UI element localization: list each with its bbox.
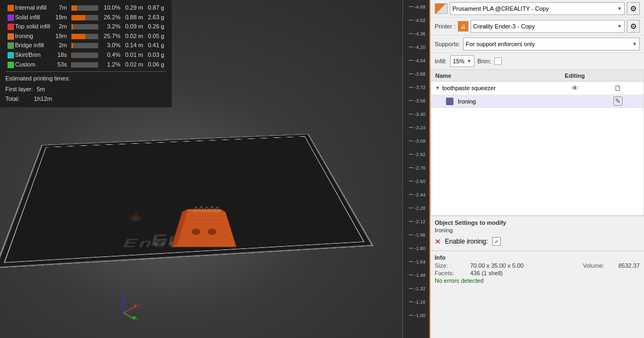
edit-icon-squeezer[interactable]: 🗋 — [614, 84, 621, 92]
filament-dropdown-arrow: ▼ — [617, 6, 622, 11]
ruler-tick: -1.00 — [407, 308, 426, 322]
printer-settings-button[interactable]: ⚙ — [627, 20, 640, 33]
3d-viewport[interactable]: Internal infill 7m 10.0% 0.29 m 0.87 g S… — [0, 0, 429, 338]
ironing-name: Ironing — [458, 98, 476, 105]
object-settings: Object Settings to modify Ironing ✕ Enab… — [430, 216, 644, 251]
filament-settings-button[interactable]: ⚙ — [627, 2, 640, 15]
object-list-empty — [431, 108, 643, 215]
estimated-times-label: Estimated printing times: — [5, 75, 70, 82]
printer-dropdown-arrow: ▼ — [617, 24, 622, 29]
filament-color-indicator — [435, 3, 448, 14]
infill-dropdown-arrow: ▼ — [467, 58, 472, 64]
svg-line-16 — [123, 313, 135, 320]
object-settings-title: Ironing — [435, 227, 640, 233]
total-label: Total: — [5, 95, 19, 102]
axis-indicator: X Y Z — [107, 290, 140, 322]
object-settings-section-label: Object Settings to modify — [435, 219, 640, 226]
ruler-tick: -1.80 — [407, 241, 426, 255]
ruler-tick: -3.56 — [407, 94, 426, 107]
brim-checkbox[interactable] — [494, 57, 502, 65]
ruler-tick: -1.96 — [407, 228, 426, 241]
printer-dropdown[interactable]: Creality Ender-3 - Copy ▼ — [471, 20, 625, 33]
ruler-tick: -3.40 — [407, 107, 426, 121]
enable-ironing-check: ✓ — [494, 238, 499, 245]
ruler-tick: -3.72 — [407, 80, 426, 94]
svg-marker-20 — [121, 298, 126, 300]
size-label: Size: — [435, 262, 462, 269]
ruler-tick: -2.76 — [407, 161, 426, 174]
volume-label: Volume: — [583, 262, 610, 269]
ruler-tick: -2.92 — [407, 148, 426, 161]
filament-settings-icon: ⚙ — [630, 4, 637, 13]
ruler-tick: -1.16 — [407, 295, 426, 308]
info-section-label: Info — [435, 254, 640, 261]
vertical-ruler: -4.68-4.52-4.36-4.20-4.04-3.88-3.72-3.56… — [402, 0, 429, 338]
brim-label: Brim: — [478, 58, 492, 64]
squeezer-name: toothpaste squeezer — [442, 85, 496, 91]
right-panel: Prusament PLA @CREALITY - Copy ▼ ⚙ Print… — [429, 0, 644, 338]
enable-ironing-checkbox[interactable]: ✓ — [492, 237, 501, 246]
supports-row: Supports: For support enforcers only ▼ — [430, 35, 644, 53]
ruler-tick: -3.88 — [407, 67, 426, 80]
ironing-x-icon: ✕ — [435, 238, 441, 246]
facets-value: 436 (1 shell) — [470, 270, 503, 276]
svg-point-3 — [192, 229, 200, 235]
eye-icon-squeezer[interactable]: 👁 — [572, 84, 579, 92]
info-section: Info Size: 70.00 x 35.00 x 5.00 Volume: … — [430, 251, 644, 287]
size-value: 70.00 x 35.00 x 5.00 — [470, 262, 524, 269]
ruler-tick: -1.48 — [407, 268, 426, 282]
printer-name: Creality Ender-3 - Copy — [473, 23, 535, 30]
col-name-header: Name — [435, 72, 553, 79]
ruler-tick: -2.12 — [407, 215, 426, 228]
edit-icon-ironing[interactable]: ✎ — [613, 97, 623, 106]
infill-label: Infill: — [435, 58, 447, 64]
facets-label: Facets: — [435, 270, 462, 276]
object-row-squeezeer[interactable]: ▼ toothpaste squeezer 👁 🗋 — [431, 82, 643, 95]
ruler-tick: -4.20 — [407, 40, 426, 54]
svg-text:Z: Z — [122, 292, 125, 297]
no-errors-text: No errors detected — [435, 277, 640, 284]
supports-dropdown[interactable]: For support enforcers only ▼ — [463, 38, 640, 50]
enable-ironing-label: Enable ironing: — [445, 238, 488, 245]
ruler-tick: -4.04 — [407, 54, 426, 67]
filament-name: Prusament PLA @CREALITY - Copy — [452, 5, 549, 12]
volume-value: 8532.37 — [618, 262, 640, 269]
expand-arrow-squeezer[interactable]: ▼ — [435, 85, 440, 91]
printer-icon: 🖨 — [458, 21, 469, 32]
object-list: Name Editing ▼ toothpaste squeezer 👁 🗋 I… — [430, 70, 644, 216]
col-extra-header — [596, 72, 639, 79]
supports-value: For support enforcers only — [466, 41, 535, 47]
ruler-tick: -4.36 — [407, 27, 426, 40]
ruler-tick: -2.28 — [407, 201, 426, 215]
svg-text:X: X — [138, 303, 140, 307]
ruler-tick: -3.08 — [407, 134, 426, 148]
printer-row: Printer : 🖨 Creality Ender-3 - Copy ▼ ⚙ — [430, 18, 644, 35]
info-size-row: Size: 70.00 x 35.00 x 5.00 Volume: 8532.… — [435, 262, 640, 269]
object-list-header: Name Editing — [431, 70, 643, 82]
printer-settings-icon: ⚙ — [630, 22, 637, 31]
ruler-tick: -1.32 — [407, 282, 426, 295]
filament-dropdown[interactable]: Prusament PLA @CREALITY - Copy ▼ — [450, 2, 625, 15]
ironing-type-icon — [446, 98, 453, 105]
supports-dropdown-arrow: ▼ — [632, 41, 637, 47]
ruler-tick: -1.64 — [407, 255, 426, 268]
ender-flame-icon: 🔥 — [126, 211, 145, 222]
sub-item-ironing[interactable]: Ironing ✎ — [431, 95, 643, 108]
ruler-tick: -4.52 — [407, 13, 426, 27]
ruler-tick: -2.60 — [407, 174, 426, 188]
printer-label: Printer : — [435, 23, 456, 30]
ruler-tick: -3.24 — [407, 121, 426, 134]
filament-row: Prusament PLA @CREALITY - Copy ▼ ⚙ — [430, 0, 644, 18]
infill-value: 15% — [453, 58, 465, 64]
col-editing-header: Editing — [553, 72, 596, 79]
ruler-tick: -4.68 — [407, 0, 426, 13]
supports-label: Supports: — [435, 41, 460, 47]
printed-object — [166, 204, 241, 252]
svg-marker-14 — [135, 304, 137, 308]
info-facets-row: Facets: 436 (1 shell) — [435, 270, 640, 276]
infill-dropdown[interactable]: 15% ▼ — [450, 55, 474, 67]
svg-text:Y: Y — [136, 317, 138, 322]
print-bed-area: Ender — [27, 86, 376, 311]
infill-row: Infill: 15% ▼ Brim: — [430, 53, 644, 70]
svg-point-4 — [208, 229, 216, 235]
